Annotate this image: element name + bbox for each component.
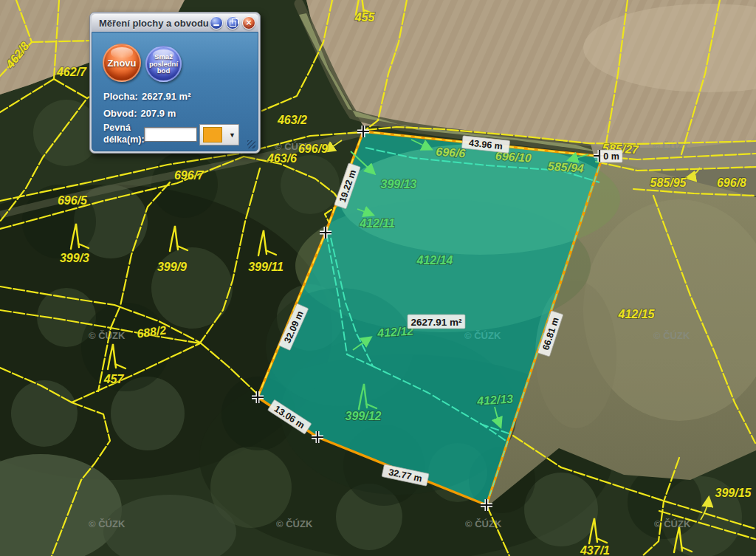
delete-last-label-line: bod [157,67,170,75]
dialog-titlebar[interactable]: Měření plochy a obvodu × [92,14,258,32]
dialog-body: Znovu Smaž poslední bod Plocha:2627.91 m… [92,32,258,151]
parcel-label: 463/6 [267,152,297,165]
dropdown-arrow-icon: ▼ [229,131,236,139]
cuzk-watermark: © ČÚZK [89,518,126,529]
svg-text:0 m: 0 m [603,151,619,162]
fixed-length-input[interactable] [144,127,197,142]
window-controls: × [210,16,255,30]
parcel-label: 412/15 [618,308,656,320]
fixed-length-label: Pevná délka(m): [103,123,145,145]
close-button[interactable]: × [242,16,255,30]
redo-button-label: Znovu [108,58,137,69]
parcel-label: 696/5 [58,194,88,207]
parcel-label: 457 [103,373,125,385]
dialog-title: Měření plochy a obvodu [99,18,209,29]
measure-dialog: Měření plochy a obvodu × Znovu Smaž posl… [89,12,261,154]
parcel-label: 696/9 [298,143,328,155]
cuzk-watermark: © ČÚZK [89,330,126,341]
parcel-label: 455 [354,11,376,24]
close-icon: × [246,17,252,29]
parcel-label: 696/6 [436,145,466,160]
restore-icon [230,21,236,27]
cadastral-map-app: © ČÚZK © ČÚZK © ČÚZK © ČÚZK © ČÚZK © ČÚZ… [0,0,756,556]
parcel-label: 399/15 [715,487,752,499]
parcel-label: 696/7 [174,169,205,182]
parcel-label: 399/12 [346,410,382,422]
area-readout: Plocha:2627.91 m² [103,91,190,102]
parcel-label: 412/14 [416,254,453,267]
delete-last-point-button[interactable]: Smaž poslední bod [145,46,182,82]
perimeter-readout: Obvod:207.9 m [103,108,176,119]
parcel-label: 437/1 [580,544,610,556]
cuzk-watermark: © ČÚZK [276,518,313,529]
parcel-label: 399/3 [60,252,89,264]
parcel-label: 412/11 [359,217,395,230]
perimeter-label: Obvod: [103,108,137,119]
parcel-label: 585/95 [650,176,687,189]
cuzk-watermark: © ČÚZK [653,330,690,341]
minimize-button[interactable] [210,16,223,30]
perimeter-value: 207.9 m [141,108,176,119]
area-value-label: 2627.91 m² [408,315,465,329]
svg-text:2627.91 m²: 2627.91 m² [410,317,462,328]
parcel-label: 462/7 [56,66,87,78]
line-color-picker[interactable]: ▼ [199,124,239,145]
parcel-label: 399/9 [157,261,187,273]
parcel-label: 412/13 [476,392,514,407]
color-swatch [203,127,222,143]
redo-button[interactable]: Znovu [103,44,141,82]
segment-length-label: 0 m [600,150,622,162]
area-value: 2627.91 m² [142,91,191,102]
restore-button[interactable] [226,16,239,30]
parcel-label: 399/13 [381,178,417,191]
parcel-label: 399/11 [248,261,284,273]
parcel-label: 463/2 [277,114,307,126]
resize-grip[interactable] [247,140,255,148]
area-label: Plocha: [103,91,138,102]
parcel-label: 585/94 [547,159,584,174]
parcel-label: 696/8 [717,176,746,189]
minimize-icon [213,24,219,27]
